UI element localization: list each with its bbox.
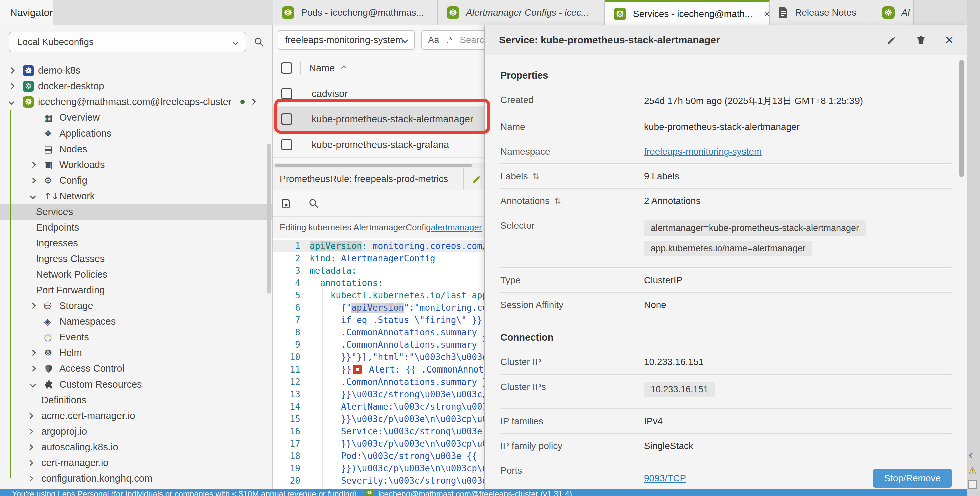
tab-navigator[interactable]: Navigator [0, 0, 53, 25]
editor-line: 10 }}"}],"html":"\u003ch3\u003e\u [273, 351, 484, 364]
prometheusrule-dock-tab[interactable]: PrometheusRule: freepeals-prod-metrics [273, 168, 484, 190]
sidebar-item-custom-resources[interactable]: Custom Resources [0, 377, 273, 392]
chevron-right-icon[interactable] [27, 413, 33, 418]
chevron-right-icon[interactable] [30, 303, 36, 309]
sort-asc-icon[interactable] [342, 65, 347, 71]
chevron-right-icon[interactable] [8, 67, 14, 73]
delete-icon[interactable] [916, 34, 926, 46]
drawer-row-value: SingleStack [644, 440, 952, 451]
horizontal-scrollbar[interactable] [273, 163, 484, 168]
sidebar-item-port-forwarding[interactable]: Port Forwarding [0, 282, 273, 298]
chevron-down-icon[interactable] [30, 381, 36, 387]
clock-icon: ◷ [44, 332, 59, 342]
name-column-header[interactable]: Name [309, 63, 335, 74]
sidebar-item-label: Workloads [59, 159, 105, 170]
sidebar-item-docker-desktop[interactable]: ☸docker-desktop [0, 78, 273, 94]
puzzle-icon [44, 380, 59, 389]
line-number: 13 [273, 388, 310, 401]
sidebar-item-autoscaling-k8s-io[interactable]: autoscaling.k8s.io [0, 439, 273, 455]
sidebar-item-applications[interactable]: ❖Applications [0, 126, 273, 141]
tab-alertmanager-configs[interactable]: ☸Alertmanager Configs - icec... [438, 0, 605, 25]
drawer-scrollbar[interactable] [959, 60, 964, 177]
chevron-right-icon[interactable] [8, 83, 14, 89]
match-case-icon[interactable]: Aa [428, 35, 439, 45]
sidebar-item-acme-cert-manager-io[interactable]: acme.cert-manager.io [0, 408, 273, 424]
namespace-link[interactable]: freeleaps-monitoring-system [644, 146, 762, 157]
chevron-right-icon[interactable] [30, 366, 36, 372]
stop-remove-button[interactable]: Stop/Remove [872, 469, 952, 488]
port-link[interactable]: 9093/TCP [644, 473, 686, 484]
sidebar-item-ingress-classes[interactable]: Ingress Classes [0, 251, 273, 267]
edit-icon[interactable] [886, 35, 897, 45]
line-number: 10 [273, 351, 310, 364]
sidebar-item-argoproj-io[interactable]: argoproj.io [0, 424, 273, 439]
line-number: 4 [273, 277, 310, 289]
drawer-row-label: Cluster IPs [500, 382, 546, 392]
close-icon[interactable]: × [945, 33, 953, 47]
sidebar-item-events[interactable]: ◷Events [0, 329, 273, 345]
sidebar-item-helm[interactable]: ☸Helm [0, 345, 273, 361]
sidebar-item-access-control[interactable]: Access Control [0, 361, 273, 377]
tab-release-notes[interactable]: Release Notes [770, 0, 873, 25]
kubeconfig-selector[interactable]: Local Kubeconfigs [9, 32, 247, 52]
sidebar-item-ingresses[interactable]: Ingresses [0, 235, 273, 251]
sort-toggle-icon[interactable]: ⇅ [533, 172, 539, 181]
sidebar-item-configuration-konghq-com[interactable]: configuration.konghq.com [0, 471, 273, 486]
sidebar-item-config[interactable]: ⚙Config [0, 173, 273, 188]
sidebar-item-network[interactable]: ↑↓Network [0, 188, 273, 204]
sidebar-item-label: configuration.konghq.com [41, 473, 152, 484]
sort-toggle-icon[interactable]: ⇅ [554, 196, 561, 206]
sidebar-item-namespaces[interactable]: ◈Namespaces [0, 314, 273, 329]
editor-line: 18 Pod:\u003c/strong\u003e {{ .Co [273, 450, 484, 462]
chevron-right-icon[interactable] [250, 99, 256, 105]
tab-label: Services - icecheng@math... [633, 9, 752, 19]
sidebar-item-endpoints[interactable]: Endpoints [0, 219, 273, 235]
chevron-down-icon[interactable] [8, 99, 14, 105]
chevron-right-icon[interactable] [30, 177, 36, 183]
editor-line: 7 if eq .Status \"firing\" }} [273, 314, 484, 326]
sidebar-item-workloads[interactable]: ▣Workloads [0, 157, 273, 173]
line-number: 6 [273, 302, 310, 314]
table-row-partial[interactable]: kube-prometheus-stack- [273, 157, 484, 163]
chevron-down-icon[interactable] [30, 193, 36, 199]
search-icon[interactable] [254, 37, 264, 48]
chevron-right-icon[interactable] [27, 459, 33, 466]
tab-label: Al [901, 7, 910, 18]
sidebar-item-storage[interactable]: ⛁Storage [0, 298, 273, 314]
close-tab-icon[interactable]: × [759, 7, 770, 21]
sidebar-item-overview[interactable]: ▦Overview [0, 110, 273, 126]
sidebar-scrollbar[interactable] [267, 143, 271, 294]
sidebar-item-icecheng-cluster[interactable]: ☸icecheng@mathmast.com@freeleaps-cluster [0, 94, 273, 110]
sidebar-item-definitions[interactable]: Definitions [0, 392, 273, 408]
sidebar-item-demo-k8s[interactable]: ☸demo-k8s [0, 63, 273, 78]
select-all-checkbox[interactable] [281, 62, 293, 74]
sidebar-item-cert-manager-io[interactable]: cert-manager.io [0, 455, 273, 471]
document-icon [778, 7, 788, 19]
namespace-selector[interactable]: freeleaps-monitoring-system [278, 30, 415, 50]
drawer-row-annotations: Annotations⇅2 Annotations [500, 189, 952, 213]
sidebar-item-services[interactable]: Services [0, 204, 273, 219]
tab-overflow-tab[interactable]: ☸Al [873, 0, 913, 25]
chevron-right-icon[interactable] [30, 350, 36, 356]
edit-pencil-icon[interactable] [472, 173, 482, 184]
collapse-chevron-icon[interactable]: ‹ [969, 447, 973, 462]
save-icon[interactable] [280, 197, 292, 209]
services-list-panel: freeleaps-monitoring-system Aa .* Search… [273, 25, 484, 489]
sidebar-item-nodes[interactable]: ▤Nodes [0, 141, 273, 157]
editor-search-icon[interactable] [309, 198, 319, 208]
table-row[interactable]: kube-prometheus-stack-grafana [273, 132, 484, 157]
regex-icon[interactable]: .* [446, 35, 452, 45]
chevron-right-icon[interactable] [27, 444, 33, 450]
tab-services[interactable]: ☸Services - icecheng@math...× [605, 0, 770, 25]
editing-resource-link[interactable]: alertmanager [431, 222, 482, 233]
sidebar-item-network-policies[interactable]: Network Policies [0, 267, 273, 282]
chevron-right-icon[interactable] [27, 428, 33, 434]
chevron-right-icon[interactable] [27, 475, 33, 481]
row-checkbox[interactable] [281, 88, 293, 100]
yaml-editor[interactable]: 1apiVersion: monitoring.coreos.com/v12ki… [273, 238, 484, 489]
row-checkbox[interactable] [281, 139, 293, 150]
tab-pods[interactable]: ☸Pods - icecheng@mathmas... [273, 0, 438, 25]
chevron-right-icon[interactable] [30, 162, 36, 168]
search-input[interactable]: Aa .* Search [421, 30, 484, 50]
line-number: 19 [273, 462, 310, 475]
